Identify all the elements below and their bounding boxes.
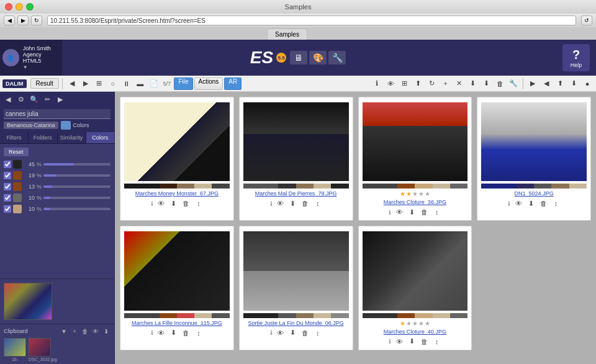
download-icon[interactable]: ⬇ (466, 78, 479, 90)
nav-back-icon[interactable]: ◀ (66, 78, 78, 90)
eye-btn-7[interactable]: 👁 (395, 337, 404, 346)
eye-btn-1[interactable]: 👁 (157, 199, 166, 208)
sidebar-tab-folders[interactable]: Folders (29, 132, 57, 143)
eye-btn-5[interactable]: 👁 (157, 329, 166, 337)
tools-btn-6[interactable]: ↕ (314, 329, 322, 337)
eye-btn-2[interactable]: 👁 (276, 199, 285, 208)
color-check-3[interactable] (4, 183, 11, 190)
info-btn-7[interactable]: ℹ (389, 338, 391, 345)
tools-btn-4[interactable]: ↕ (551, 199, 560, 208)
download-btn-1[interactable]: ⬇ (169, 199, 178, 208)
clipboard-item-2[interactable]: DSC_3032.jpg (29, 338, 57, 362)
add-icon[interactable]: ＋ (439, 78, 451, 90)
download-btn-6[interactable]: ⬇ (289, 329, 297, 337)
grid2-icon[interactable]: ⊞ (398, 78, 410, 90)
sidebar-tab-similarity[interactable]: Similarity (58, 132, 86, 143)
ar-button[interactable]: AR (224, 78, 242, 90)
image-name-4[interactable]: DN1_5024.JPG (515, 190, 554, 197)
info-icon[interactable]: ℹ (371, 78, 383, 90)
star-4-3[interactable]: ★ (418, 190, 424, 197)
star-1-7[interactable]: ★ (400, 320, 405, 327)
eye-btn-4[interactable]: 👁 (514, 199, 523, 208)
sidebar-arrow-right[interactable]: ▶ (55, 94, 66, 105)
star-3-3[interactable]: ★ (412, 190, 418, 197)
image-name-3[interactable]: Marches Cloture_36.JPG (384, 199, 446, 205)
clipboard-eye[interactable]: 👁 (91, 327, 100, 335)
sidebar-tool3[interactable]: ✏ (42, 94, 53, 105)
address-bar[interactable]: 10.211.55.3:8080/Esprit/private/Screen.h… (47, 16, 576, 25)
eye-btn-3[interactable]: 👁 (395, 208, 404, 216)
image-container-5[interactable] (124, 231, 230, 310)
file-button[interactable]: File (174, 78, 192, 90)
sidebar-tool1[interactable]: ⚙ (16, 94, 27, 105)
browser-tab[interactable]: Samples (267, 29, 307, 40)
trash-icon[interactable]: 🗑 (494, 78, 506, 90)
color-slider-2[interactable] (43, 174, 111, 177)
info-btn-2[interactable]: ℹ (270, 200, 273, 207)
color-slider-4[interactable] (43, 197, 111, 199)
image-container-6[interactable] (243, 231, 349, 310)
tools-btn-2[interactable]: ↕ (314, 199, 322, 208)
download2-icon[interactable]: ⬇ (480, 78, 492, 90)
clipboard-add[interactable]: ＋ (70, 327, 79, 335)
actions-button[interactable]: Actions (194, 78, 224, 90)
back-button[interactable]: ◀ (4, 16, 15, 25)
trash-btn-6[interactable]: 🗑 (301, 329, 310, 337)
image-container-7[interactable] (363, 231, 468, 310)
download-btn-2[interactable]: ⬇ (289, 199, 297, 208)
color-slider-3[interactable] (43, 185, 111, 188)
sidebar-tab-filters[interactable]: Filters (0, 132, 29, 143)
star-2-3[interactable]: ★ (406, 190, 412, 197)
eye-btn-6[interactable]: 👁 (276, 329, 285, 337)
trash-btn-7[interactable]: 🗑 (420, 337, 428, 346)
user-panel[interactable]: 👤 John Smith Agency HTML5 ▼ (0, 40, 62, 76)
image-container-3[interactable] (363, 102, 468, 181)
trash-btn-4[interactable]: 🗑 (539, 199, 548, 208)
slider-icon[interactable]: ▬ (134, 78, 147, 90)
cross-icon[interactable]: ✕ (453, 78, 465, 90)
search-input[interactable] (4, 109, 111, 119)
refresh-button[interactable]: ↻ (31, 16, 42, 25)
image-name-7[interactable]: Marches Cloture_40.JPG (384, 329, 446, 335)
extra1-icon[interactable]: ▶ (526, 78, 539, 90)
trash-btn-1[interactable]: 🗑 (182, 199, 191, 208)
color-check-5[interactable] (4, 205, 11, 213)
color-check-4[interactable] (4, 194, 11, 202)
image-name-6[interactable]: Sortie Juste La Fin Du Monde_06.JPG (248, 320, 344, 326)
reset-button[interactable]: Reset (4, 148, 29, 156)
extra3-icon[interactable]: ⬇ (567, 78, 580, 90)
star-3-7[interactable]: ★ (412, 320, 418, 327)
download-btn-7[interactable]: ⬇ (407, 337, 416, 346)
eye-icon[interactable]: 👁 (384, 78, 397, 90)
star-4-7[interactable]: ★ (418, 320, 424, 327)
trash-btn-2[interactable]: 🗑 (301, 199, 310, 208)
trash-btn-3[interactable]: 🗑 (420, 208, 428, 216)
download-btn-5[interactable]: ⬇ (169, 329, 178, 337)
tools-btn-5[interactable]: ↕ (194, 329, 203, 337)
export-icon[interactable]: ⬆ (412, 78, 424, 90)
tools-btn-1[interactable]: ↕ (194, 199, 203, 208)
search-tag[interactable]: Benanous-Catarina (4, 122, 58, 129)
result-tab[interactable]: Result (30, 78, 59, 89)
color-check-1[interactable] (4, 161, 11, 168)
doc-icon[interactable]: 📄 (148, 78, 160, 90)
sidebar-tab-colors[interactable]: Colors (86, 132, 114, 143)
image-container-4[interactable] (481, 102, 587, 181)
image-container-2[interactable] (243, 102, 349, 181)
color-slider-1[interactable] (43, 163, 111, 166)
tools-btn-7[interactable]: ↕ (432, 337, 441, 346)
info-btn-1[interactable]: ℹ (151, 200, 153, 207)
star-5-7[interactable]: ★ (425, 320, 430, 327)
upload-icon[interactable]: ⬆ (554, 78, 566, 90)
star-2-7[interactable]: ★ (406, 320, 412, 327)
image-name-2[interactable]: Marches Mal De Pierres_78.JPG (255, 190, 337, 197)
nav-forward-icon[interactable]: ▶ (79, 78, 92, 90)
reload-button[interactable]: ↺ (581, 16, 592, 25)
info-btn-5[interactable]: ℹ (151, 329, 153, 336)
info-btn-3[interactable]: ℹ (389, 209, 391, 216)
star-5-3[interactable]: ★ (425, 190, 430, 197)
minimize-button[interactable] (16, 3, 23, 11)
sidebar-tool2[interactable]: 🔍 (29, 94, 40, 105)
download-btn-3[interactable]: ⬇ (407, 208, 416, 216)
trash-btn-5[interactable]: 🗑 (182, 329, 191, 337)
